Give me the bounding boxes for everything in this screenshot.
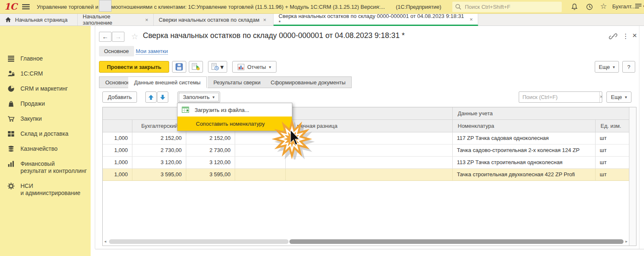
post-document-icon xyxy=(192,63,200,71)
col-header-difference[interactable]: мечная разница xyxy=(286,120,453,132)
nav-link-my-notes[interactable]: Мои заметки xyxy=(136,48,168,55)
get-link-button[interactable] xyxy=(609,33,617,42)
more-commands-button[interactable]: ⋮ xyxy=(622,32,629,40)
post-and-close-button[interactable]: Провести и закрыть xyxy=(99,61,169,73)
forward-button[interactable]: → xyxy=(112,32,124,42)
sidebar-item-purchases[interactable]: Закупки xyxy=(0,115,91,122)
sidebar-item-label: Главное xyxy=(20,55,43,62)
bag-icon xyxy=(8,100,15,107)
chevron-down-icon: ▾ xyxy=(213,95,215,99)
notifications-button[interactable] xyxy=(570,3,578,13)
grid-icon xyxy=(8,130,15,137)
favorite-toggle[interactable]: ☆ xyxy=(131,32,138,41)
hamburger-icon xyxy=(22,3,30,10)
menu-item-load-from-file[interactable]: Загрузить из файла... xyxy=(177,103,292,117)
cell-unit: шт xyxy=(596,132,629,144)
col-header-nomenclature[interactable]: Номенклатура xyxy=(453,120,596,132)
move-up-button[interactable] xyxy=(145,91,157,103)
table-row-selected[interactable]: 1,000 3 595,00 3 595,00 Тачка строительн… xyxy=(103,169,636,181)
help-button[interactable]: ? xyxy=(622,61,635,73)
main-menu-button[interactable] xyxy=(22,3,30,12)
clear-search-icon[interactable]: × xyxy=(599,92,603,102)
sidebar-item-financial-result[interactable]: Финансовый результат и контроллинг xyxy=(0,160,91,175)
scrollbar-track xyxy=(107,239,624,244)
cell-qty: 1,000 xyxy=(103,132,132,144)
history-button[interactable] xyxy=(586,3,593,13)
favorites-button[interactable]: ☆ xyxy=(600,2,607,11)
star-icon: ☆ xyxy=(600,2,607,10)
table-row[interactable]: 1,000 3 120,00 3 120,00 113 ZP Тачка стр… xyxy=(103,157,636,169)
chevron-down-icon: ▾ xyxy=(269,65,271,69)
form-bottom-border xyxy=(95,249,644,249)
horizontal-scrollbar[interactable]: ◄ ► xyxy=(103,238,629,245)
tab-initial-fill[interactable]: Начальное заполнение × xyxy=(78,14,154,25)
sidebar-item-warehouse[interactable]: Склад и доставка xyxy=(0,130,91,137)
sidebar-item-label: CRM и маркетинг xyxy=(20,85,68,92)
global-search-input[interactable] xyxy=(464,3,553,10)
scrollbar-track-segment xyxy=(109,239,289,244)
menu-item-match-nomenclature[interactable]: Сопоставить номенклатуру xyxy=(177,117,292,131)
form-tab-reconciliation-results[interactable]: Результаты сверки xyxy=(208,76,267,88)
create-based-on-button[interactable]: ▾ xyxy=(208,61,227,73)
coins-icon xyxy=(8,145,15,152)
col-header-qty[interactable] xyxy=(103,120,132,132)
fill-dropdown-menu: Загрузить из файла... Сопоставить номенк… xyxy=(177,103,292,131)
sidebar-item-main[interactable]: Главное xyxy=(0,55,91,62)
back-button[interactable]: ← xyxy=(99,32,112,42)
cell-accounting: 3 595,00 xyxy=(132,169,186,181)
sidebar-item-nsi-administration[interactable]: НСИ и администрирование xyxy=(0,182,91,197)
close-icon[interactable]: × xyxy=(469,16,473,23)
tab-reconciliations-list[interactable]: Сверки начальных остатков по складам × xyxy=(154,14,274,25)
arrow-down-icon xyxy=(160,94,165,100)
vertical-scrollbar[interactable] xyxy=(629,107,636,246)
table-more-button[interactable]: Еще ▾ xyxy=(606,91,631,103)
sidebar-item-sales[interactable]: Продажи xyxy=(0,100,91,107)
cell-difference xyxy=(286,144,453,157)
cell-nomenclature: 113 ZP Тачка строительная одноколесная xyxy=(453,157,596,169)
nav-link-main[interactable]: Основное xyxy=(99,46,134,56)
form-tab-generated-documents[interactable]: Сформированные документы xyxy=(265,76,352,88)
cell-accounting: 3 120,00 xyxy=(132,157,186,169)
close-icon[interactable]: × xyxy=(263,17,266,23)
current-user[interactable]: Бухгалт... xyxy=(612,3,636,10)
add-row-button[interactable]: Добавить xyxy=(102,91,137,103)
move-down-button[interactable] xyxy=(157,91,168,103)
close-icon[interactable]: × xyxy=(145,17,148,23)
cell-nomenclature: 117 ZP Тачка садовая одноколесная xyxy=(453,132,596,144)
form-tab-main[interactable] xyxy=(99,0,112,12)
window-tab-bar: Начальная страница Начальное заполнение … xyxy=(0,14,644,26)
global-search[interactable] xyxy=(452,2,562,12)
scroll-right-arrow[interactable]: ► xyxy=(624,238,629,245)
cell-unit: шт xyxy=(596,169,629,181)
kebab-dots-icon: ⋮ xyxy=(622,33,629,40)
scroll-left-arrow[interactable]: ◄ xyxy=(103,238,107,245)
sidebar-item-treasury[interactable]: Казначейство xyxy=(0,145,91,152)
chevron-down-icon: ▾ xyxy=(220,63,223,71)
col-header-unit[interactable]: Ед. изм. xyxy=(596,120,629,132)
cell-nomenclature: Тачка строительная двухколесная 422 ZP P… xyxy=(453,169,596,181)
sidebar-item-1c-crm[interactable]: 1С:CRM xyxy=(0,70,91,77)
sidebar-item-label: Казначейство xyxy=(20,145,58,152)
close-form-button[interactable]: × xyxy=(632,31,637,40)
sidebar-item-crm-marketing[interactable]: CRM и маркетинг xyxy=(0,85,91,92)
tab-home[interactable]: Начальная страница xyxy=(0,14,78,25)
menu-lines-icon xyxy=(635,3,642,9)
reports-button[interactable]: Отчеты ▾ xyxy=(232,61,276,73)
home-icon xyxy=(5,17,11,23)
form-more-button[interactable]: Еще ▾ xyxy=(595,61,619,73)
post-document-button[interactable] xyxy=(189,61,203,73)
table-search[interactable]: × xyxy=(519,91,602,103)
table-search-input[interactable] xyxy=(519,94,599,100)
table-row[interactable]: 1,000 2 730,00 2 730,00 Тачка садово-стр… xyxy=(103,144,636,157)
sections-icon xyxy=(8,55,15,62)
cell-empty xyxy=(235,144,286,157)
menu-item-label: Загрузить из файла... xyxy=(195,107,249,113)
sidebar-item-label: Закупки xyxy=(20,115,42,122)
table-row[interactable]: 1,000 2 152,00 2 152,00 117 ZP Тачка сад… xyxy=(103,132,636,144)
form-tab-external-data[interactable]: Данные внешней системы xyxy=(128,76,207,88)
tab-reconciliation-document[interactable]: Сверка начальных остатков по складу 0000… xyxy=(274,14,478,26)
scrollbar-thumb[interactable] xyxy=(289,239,624,244)
save-button[interactable] xyxy=(172,61,186,73)
service-menu-button[interactable]: ▾ xyxy=(635,3,644,9)
fill-button[interactable]: Заполнить ▾ xyxy=(177,91,220,103)
